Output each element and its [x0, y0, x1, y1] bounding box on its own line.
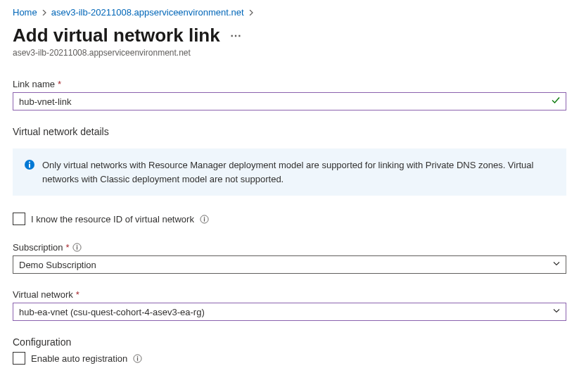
info-circle-icon[interactable]: [72, 243, 82, 252]
svg-rect-11: [137, 358, 138, 361]
vnet-details-title: Virtual network details: [13, 126, 566, 137]
svg-point-1: [29, 161, 30, 163]
required-indicator: *: [76, 289, 79, 300]
link-name-label: Link name *: [13, 79, 566, 89]
auto-registration-checkbox[interactable]: [13, 352, 25, 365]
svg-point-7: [76, 245, 77, 246]
virtual-network-select[interactable]: hub-ea-vnet (csu-quest-cohort-4-asev3-ea…: [13, 303, 566, 321]
breadcrumb-home[interactable]: Home: [13, 7, 37, 18]
chevron-right-icon: [42, 7, 47, 18]
required-indicator: *: [66, 242, 70, 253]
subscription-select[interactable]: Demo Subscription: [13, 255, 566, 274]
check-icon: [551, 96, 561, 108]
virtual-network-label: Virtual network *: [13, 289, 566, 300]
svg-point-4: [204, 216, 205, 217]
svg-rect-2: [29, 164, 30, 168]
know-resource-id-label: I know the resource ID of virtual networ…: [31, 214, 194, 225]
subscription-label: Subscription *: [13, 242, 566, 253]
configuration-title: Configuration: [13, 336, 566, 348]
breadcrumb: Home asev3-ilb-20211008.appserviceenviro…: [13, 7, 566, 18]
info-box: Only virtual networks with Resource Mana…: [13, 148, 566, 196]
info-box-text: Only virtual networks with Resource Mana…: [42, 158, 555, 186]
know-resource-id-checkbox[interactable]: [13, 213, 25, 225]
info-circle-icon[interactable]: [133, 354, 142, 363]
svg-point-10: [137, 355, 139, 357]
info-icon: [24, 159, 35, 186]
page-title: Add virtual network link ⋯: [13, 25, 566, 46]
more-icon[interactable]: ⋯: [230, 29, 243, 42]
auto-registration-label: Enable auto registration: [31, 353, 127, 364]
breadcrumb-zone[interactable]: asev3-ilb-20211008.appserviceenvironment…: [51, 7, 244, 18]
required-indicator: *: [58, 79, 61, 89]
svg-rect-8: [76, 246, 77, 250]
svg-rect-5: [204, 218, 205, 222]
chevron-right-icon: [248, 7, 254, 18]
page-title-text: Add virtual network link: [13, 25, 220, 46]
link-name-input[interactable]: [13, 92, 566, 110]
info-circle-icon[interactable]: [200, 215, 209, 224]
page-subtitle: asev3-ilb-20211008.appserviceenvironment…: [13, 48, 566, 58]
